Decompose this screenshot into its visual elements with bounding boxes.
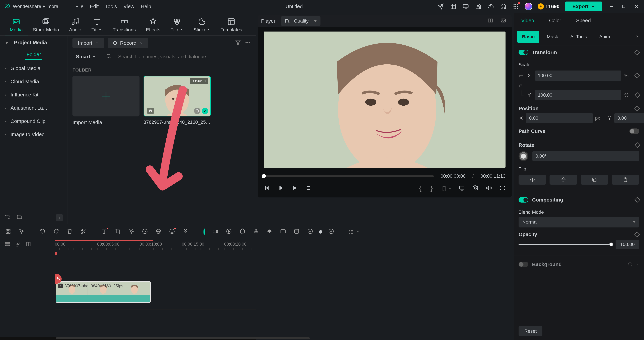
collapse-sidebar-button[interactable] [56, 214, 63, 221]
subtab-anim[interactable]: Anim [594, 31, 615, 43]
search-icon[interactable] [103, 53, 114, 60]
module-templates[interactable]: Templates [216, 15, 247, 35]
display-icon[interactable] [459, 185, 465, 192]
speed-icon[interactable] [142, 228, 148, 236]
user-avatar[interactable] [525, 3, 532, 10]
keyframe-diamond-icon[interactable] [634, 50, 640, 55]
sidebar-item-global-media[interactable]: ▸Global Media [0, 62, 68, 75]
module-transitions[interactable]: Transitions [108, 15, 141, 35]
timeline-track-icon[interactable] [5, 241, 10, 248]
keyframe-diamond-icon[interactable] [634, 106, 640, 111]
screen-icon[interactable] [462, 3, 469, 10]
subtab-ai-tools[interactable]: AI Tools [566, 31, 592, 43]
subtabs-more-icon[interactable] [635, 34, 642, 40]
link-tracks-icon[interactable] [36, 241, 42, 248]
import-media-card[interactable] [72, 76, 140, 116]
timeline-link-icon[interactable] [15, 241, 21, 248]
cursor-select-icon[interactable] [18, 228, 25, 236]
path-curve-toggle[interactable] [630, 128, 639, 134]
tab-video[interactable]: Video [514, 13, 542, 28]
zoom-out-icon[interactable] [307, 228, 313, 236]
filter-icon[interactable] [235, 40, 241, 47]
marker-dropdown[interactable] [441, 186, 451, 191]
camera-icon[interactable] [212, 228, 218, 236]
sidebar-item-compound-clip[interactable]: ▸Compound Clip [0, 115, 68, 128]
stop-icon[interactable] [306, 185, 312, 192]
rotation-wheel[interactable] [518, 151, 528, 161]
paste-transform-button[interactable] [612, 175, 639, 185]
module-stickers[interactable]: Stickers [188, 15, 216, 35]
tab-color[interactable]: Color [542, 13, 569, 28]
keyframe-icon[interactable] [240, 228, 246, 236]
motion-track-icon[interactable] [226, 228, 232, 236]
scale-y-input[interactable] [535, 90, 621, 100]
new-folder-icon[interactable] [5, 214, 10, 221]
opacity-slider[interactable] [518, 244, 611, 245]
sidebar-tab-folder[interactable]: Folder [26, 50, 42, 60]
scrollbar-thumb[interactable] [56, 337, 310, 339]
timeline-ruler[interactable]: 00:00 00:00:05:00 00:00:10:00 00:00:15:0… [55, 240, 256, 252]
clip-info-icon[interactable] [194, 108, 200, 114]
fullscreen-icon[interactable] [500, 185, 506, 192]
delete-icon[interactable] [67, 228, 73, 236]
compare-view-icon[interactable] [486, 18, 495, 25]
module-stock-media[interactable]: Stock Media [28, 15, 64, 35]
text-icon[interactable] [101, 228, 107, 236]
zoom-in-icon[interactable] [328, 228, 334, 236]
marker-icon[interactable] [294, 228, 300, 236]
link-xy-icon[interactable] [518, 83, 523, 89]
quality-dropdown[interactable]: Full Quality [281, 16, 320, 26]
rotate-input[interactable] [532, 151, 639, 161]
reset-button[interactable]: Reset [518, 326, 542, 336]
headphones-icon[interactable] [500, 3, 507, 10]
progress-thumb[interactable] [262, 174, 266, 178]
more-options-icon[interactable] [245, 40, 251, 47]
module-filters[interactable]: Filters [166, 15, 188, 35]
sidebar-item-adjustment-layer[interactable]: ▸Adjustment La... [0, 101, 68, 115]
position-y-input[interactable] [614, 113, 644, 123]
menu-help[interactable]: Help [141, 4, 151, 9]
undo-icon[interactable] [40, 228, 46, 236]
flip-horizontal-button[interactable] [518, 175, 546, 185]
ai-effect-icon[interactable] [169, 228, 175, 236]
module-media[interactable]: Media [5, 15, 28, 35]
credits-counter[interactable]: ✦ 11690 [538, 4, 560, 10]
transform-toggle[interactable] [518, 50, 528, 55]
apps-icon[interactable] [512, 3, 520, 10]
enhance-icon[interactable] [128, 228, 134, 236]
project-icon[interactable] [450, 3, 457, 10]
timeline-scrollbar[interactable] [0, 336, 256, 340]
playhead[interactable] [55, 252, 55, 336]
mark-in-icon[interactable]: { [418, 185, 422, 192]
snapshot-icon[interactable] [472, 185, 478, 192]
scale-x-input[interactable] [535, 71, 621, 81]
tracks-area[interactable]: 1 Video 1 [55, 252, 256, 336]
position-x-input[interactable] [526, 113, 593, 123]
play-icon[interactable] [292, 185, 298, 192]
menu-tools[interactable]: Tools [105, 4, 117, 9]
redo-icon[interactable] [53, 228, 59, 236]
zoom-thumb[interactable] [319, 230, 322, 234]
more-tools-icon[interactable] [182, 228, 188, 236]
info-icon[interactable]: ⓘ [628, 262, 632, 267]
track-collapse-icon[interactable] [26, 241, 31, 248]
record-dropdown[interactable]: Record [108, 38, 148, 48]
module-titles[interactable]: Titles [86, 15, 108, 35]
export-button[interactable]: Export [565, 2, 602, 11]
preview-screen[interactable] [264, 32, 506, 168]
sidebar-item-project-media[interactable]: ▾ Project Media [0, 36, 68, 50]
chevron-down-icon[interactable] [636, 263, 639, 266]
new-bin-icon[interactable] [16, 214, 22, 221]
minimize-button[interactable] [608, 3, 615, 10]
menu-view[interactable]: View [124, 4, 134, 9]
opacity-thumb[interactable] [609, 243, 613, 246]
import-dropdown[interactable]: Import [72, 38, 104, 48]
media-clip[interactable]: 00:00:11 3762907-uhd_3840_2160_25fps [144, 76, 210, 125]
sidebar-item-cloud-media[interactable]: ▸Cloud Media [0, 75, 68, 88]
smart-sort-dropdown[interactable]: Smart [72, 54, 99, 60]
close-button[interactable] [633, 3, 640, 10]
save-icon[interactable] [475, 3, 482, 10]
mark-out-icon[interactable]: } [430, 185, 434, 192]
subtab-basic[interactable]: Basic [517, 31, 540, 43]
search-input[interactable] [118, 54, 251, 60]
